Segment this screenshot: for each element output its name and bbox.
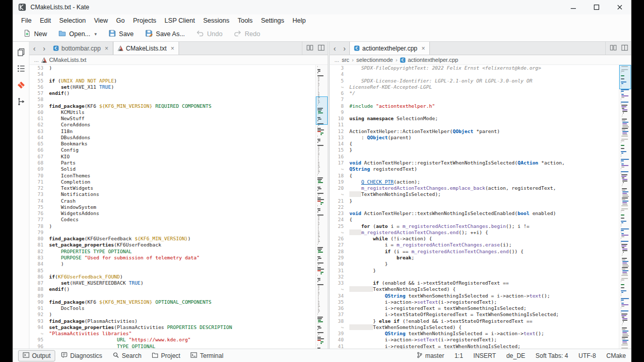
code-line[interactable]: )	[49, 261, 315, 267]
tab-settings[interactable]: Soft Tabs: 4	[536, 352, 568, 359]
code-line[interactable]: Bookmarks	[49, 141, 315, 147]
code-line[interactable]: {	[349, 173, 619, 179]
breadcrumb-right[interactable]: ...src›selectionmode›Cactiontexthelper.c…	[330, 55, 631, 65]
code-line[interactable]: DocTools	[49, 305, 315, 311]
code-line[interactable]: #include "actiontexthelper.h"	[349, 103, 619, 109]
code-line[interactable]: "PlasmaActivities libraries"	[49, 331, 315, 337]
minimap-left[interactable]	[315, 65, 328, 349]
tab-close-icon[interactable]: ×	[171, 45, 174, 52]
code-line[interactable]: SPDX-License-Identifier: LGPL-2.1-only O…	[349, 78, 619, 84]
code-line[interactable]: TextWhenNothingIsSelected) {	[349, 286, 619, 292]
dictionary[interactable]: de_DE	[506, 352, 525, 359]
history-forward-icon[interactable]: ›	[39, 42, 49, 55]
code-line[interactable]: WindowSystem	[49, 204, 315, 210]
code-line[interactable]: find_package(PlasmaActivities)	[49, 318, 315, 324]
code-line[interactable]: WidgetsAddons	[49, 210, 315, 217]
code-line[interactable]: if (i == m_registeredActionTextChanges.e…	[349, 249, 619, 255]
code-line[interactable]: i->registeredText = textWhenNothingIsSel…	[349, 343, 619, 349]
code-line[interactable]: LicenseRef-KDE-Accepted-LGPL	[349, 84, 619, 90]
breadcrumb-ellipsis[interactable]: ...	[34, 57, 39, 63]
code-line[interactable]: using namespace SelectionMode;	[349, 116, 619, 122]
tab-cmakelists-txt[interactable]: CMakeLists.txt×	[113, 42, 179, 55]
projects-icon[interactable]	[16, 96, 26, 107]
terminal-button[interactable]: Terminal	[186, 350, 228, 361]
code-line[interactable]: } else if (!enabled && i->textStateOfReg…	[349, 318, 619, 324]
output-button[interactable]: Output	[18, 350, 55, 361]
code-line[interactable]: find_package(KF6UserFeedback ${KF6_MIN_V…	[49, 236, 315, 242]
code-line[interactable]: )	[49, 65, 315, 71]
breadcrumb-segment[interactable]: CMakeLists.txt	[41, 57, 86, 63]
code-line[interactable]	[349, 109, 619, 116]
code-line[interactable]: Crash	[49, 198, 315, 204]
code-line[interactable]: PURPOSE "Used for submission of telemetr…	[49, 255, 315, 261]
code-line[interactable]: i->textStateOfRegisteredText = TextWhenS…	[349, 311, 619, 318]
code-line[interactable]: }	[349, 268, 619, 274]
code-line[interactable]	[349, 274, 619, 280]
split-vertical-icon[interactable]	[307, 44, 313, 53]
code-line[interactable]: SPDX-FileCopyrightText: 2022 Felix Ernst…	[349, 65, 619, 71]
code-line[interactable]: Q_CHECK_PTR(action);	[349, 179, 619, 185]
code-line[interactable]: m_registeredActionTextChanges.end(); ++i…	[349, 229, 619, 236]
code-line[interactable]: DBusAddons	[49, 135, 315, 141]
code-line[interactable]: break;	[349, 255, 619, 261]
code-line[interactable]: endif()	[49, 286, 315, 292]
code-line[interactable]: NewStuff	[49, 116, 315, 122]
menu-item-file[interactable]: File	[17, 15, 36, 26]
encoding[interactable]: UTF-8	[578, 352, 596, 359]
code-line[interactable]: KIO	[49, 154, 315, 160]
save-as-button[interactable]: Save As...	[141, 28, 189, 40]
code-line[interactable]: Codecs	[49, 217, 315, 223]
tab-actiontexthelper-cpp[interactable]: Cactiontexthelper.cpp×	[349, 42, 430, 55]
code-line[interactable]	[49, 229, 315, 236]
code-line[interactable]: }	[349, 261, 619, 267]
split-view-menu-icon[interactable]	[621, 44, 628, 53]
minimap-right[interactable]	[619, 65, 631, 349]
filesystem-browser-icon[interactable]	[16, 63, 26, 74]
code-line[interactable]: QString registeredText)	[349, 166, 619, 172]
code-line[interactable]: I18n	[49, 128, 315, 135]
code-line[interactable]: URL "https://www.kde.org"	[49, 337, 315, 343]
code-line[interactable]	[349, 96, 619, 103]
project-button[interactable]: Project	[147, 350, 185, 361]
new-button[interactable]: New	[19, 28, 51, 40]
code-line[interactable]: )	[49, 223, 315, 229]
code-line[interactable]: TextWidgets	[49, 185, 315, 191]
code-line[interactable]: TYPE OPTIONAL	[49, 343, 315, 349]
menu-item-go[interactable]: Go	[112, 15, 129, 26]
code-line[interactable]: if (enabled && i->textStateOfRegisteredT…	[349, 280, 619, 286]
undo-button[interactable]: Undo	[192, 28, 227, 40]
code-line[interactable]: endif()	[49, 90, 315, 96]
code-line[interactable]: if (UNIX AND NOT APPLE)	[49, 78, 315, 84]
code-line[interactable]: }	[349, 147, 619, 153]
menu-item-sessions[interactable]: Sessions	[199, 15, 234, 26]
cursor-position[interactable]: 1:1	[455, 352, 463, 359]
tab-bottombar-cpp[interactable]: Cbottombar.cpp×	[49, 42, 113, 55]
diagnostics-button[interactable]: Diagnostics	[56, 350, 107, 361]
code-line[interactable]: set(HAVE_KUSERFEEDBACK TRUE)	[49, 280, 315, 286]
code-line[interactable]	[349, 154, 619, 160]
code-line[interactable]: {	[349, 141, 619, 147]
code-line[interactable]: i->action->setText(i->registeredText);	[349, 337, 619, 343]
code-line[interactable]	[49, 293, 315, 299]
code-line[interactable]: i = m_registeredActionTextChanges.erase(…	[349, 242, 619, 248]
breadcrumb-ellipsis[interactable]: ...	[334, 57, 339, 63]
code-line[interactable]: QString textWhenNothingIsSelected = i->a…	[349, 331, 619, 337]
split-view-menu-icon[interactable]	[318, 44, 325, 53]
close-button[interactable]	[608, 0, 631, 14]
code-line[interactable]: while (!i->action) {	[349, 236, 619, 242]
menu-item-settings[interactable]: Settings	[257, 15, 288, 26]
breadcrumb-left[interactable]: ...CMakeLists.txt	[29, 55, 328, 65]
minimap-viewport[interactable]	[316, 96, 328, 125]
code-line[interactable]: Solid	[49, 166, 315, 172]
code-line[interactable]: find_package(KF6 ${KF6_MIN_VERSION} OPTI…	[49, 299, 315, 305]
menu-item-tools[interactable]: Tools	[233, 15, 256, 26]
menu-item-lsp-client[interactable]: LSP Client	[160, 15, 199, 26]
code-editor-left[interactable]: )if (UNIX AND NOT APPLE) set(HAVE_X11 TR…	[49, 65, 315, 349]
code-line[interactable]: void ActionTextHelper::registerTextWhenN…	[349, 160, 619, 166]
code-line[interactable]: Config	[49, 147, 315, 153]
search-button[interactable]: Search	[108, 350, 146, 361]
breadcrumb-segment[interactable]: selectionmode	[357, 57, 393, 63]
git-icon[interactable]	[16, 80, 26, 90]
syntax-mode[interactable]: CMake	[606, 352, 626, 359]
code-line[interactable]	[49, 268, 315, 274]
